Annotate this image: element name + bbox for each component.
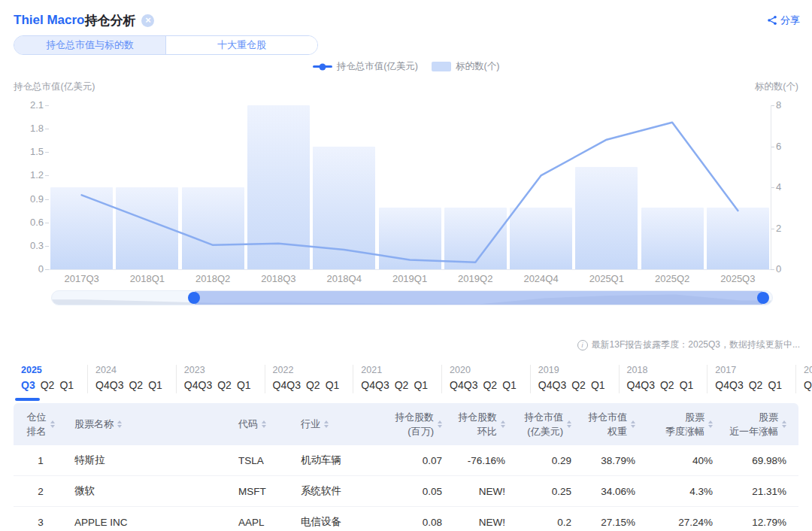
- year-label-2021: 2021: [361, 365, 428, 375]
- quarter-2024-Q3[interactable]: Q3: [110, 378, 124, 392]
- sort-asc-arrow: [324, 420, 329, 423]
- quarter-change-cell: 40%: [635, 455, 713, 466]
- table-row[interactable]: 3APPLE INCAAPL电信设备0.08NEW!0.227.15%27.24…: [14, 507, 798, 531]
- slider-left-handle[interactable]: [188, 292, 200, 304]
- quarter-2024-Q4[interactable]: Q4: [95, 378, 110, 392]
- quarter-2017-Q3[interactable]: Q3: [729, 378, 744, 392]
- x-axis-label-2018Q3: 2018Q3: [246, 273, 311, 284]
- one-year-change-cell: 12.79%: [713, 517, 798, 528]
- legend-item-line[interactable]: 持仓总市值(亿美元): [313, 60, 418, 73]
- legend-item-bar[interactable]: 标的数(个): [432, 60, 499, 73]
- sort-icon: [324, 420, 329, 428]
- quarter-2023-Q2[interactable]: Q2: [217, 378, 232, 392]
- left-axis-tick-label: 1.5: [11, 146, 44, 158]
- column-header-weight[interactable]: 持仓市值权重: [571, 403, 635, 445]
- column-header-shares-qoq[interactable]: 持仓股数环比: [442, 403, 505, 445]
- quarter-2025-Q2[interactable]: Q2: [41, 378, 55, 392]
- sort-asc-arrow: [50, 420, 55, 423]
- year-group-2025: 2025Q3Q2Q1: [14, 365, 88, 393]
- sort-desc-arrow: [324, 425, 329, 428]
- bar-legend-marker: [432, 62, 451, 71]
- column-header-market-value[interactable]: 持仓市值(亿美元): [505, 403, 571, 445]
- sort-asc-arrow: [782, 420, 786, 423]
- year-label-2017: 2017: [715, 365, 782, 375]
- quarter-2019-Q4[interactable]: Q4: [538, 378, 553, 392]
- quarter-2022-Q4[interactable]: Q4: [273, 378, 287, 392]
- tab-top-ten-holdings[interactable]: 十大重仓股: [165, 36, 317, 54]
- quarter-2017-Q1[interactable]: Q1: [768, 378, 782, 392]
- quarter-2020-Q3[interactable]: Q3: [464, 378, 478, 392]
- column-header-shares-millions[interactable]: 持仓股数(百万): [368, 403, 442, 445]
- quarter-row-2025: Q3Q2Q1: [21, 378, 74, 392]
- quarter-2024-Q1[interactable]: Q1: [148, 378, 162, 392]
- quarter-row-2018: Q4Q3Q2Q1: [627, 378, 694, 392]
- quarter-2020-Q1[interactable]: Q1: [502, 378, 517, 392]
- quarter-2018-Q1[interactable]: Q1: [680, 378, 694, 392]
- stock-name-cell[interactable]: APPLE INC: [68, 517, 226, 528]
- quarter-2023-Q3[interactable]: Q3: [198, 378, 213, 392]
- slider-track[interactable]: [51, 290, 773, 305]
- ticker-cell: TSLA: [226, 455, 289, 466]
- column-header-stock-name[interactable]: 股票名称: [68, 403, 226, 445]
- share-button[interactable]: 分享: [767, 14, 800, 27]
- quarter-2023-Q4[interactable]: Q4: [184, 378, 198, 392]
- x-axis-label-2018Q2: 2018Q2: [180, 273, 246, 284]
- table-row[interactable]: 1特斯拉TSLA机动车辆0.07-76.16%0.2938.79%40%69.9…: [14, 445, 798, 476]
- quarter-2018-Q2[interactable]: Q2: [660, 378, 674, 392]
- x-axis-label-2025Q1: 2025Q1: [574, 273, 639, 284]
- quarter-2025-Q1[interactable]: Q1: [59, 378, 74, 392]
- quarter-2019-Q2[interactable]: Q2: [571, 378, 586, 392]
- quarter-2022-Q1[interactable]: Q1: [326, 378, 340, 392]
- x-axis-label-2025Q2: 2025Q2: [640, 273, 705, 284]
- column-header-industry[interactable]: 行业: [289, 403, 368, 445]
- slider-selected-range[interactable]: [195, 291, 762, 305]
- quarter-2020-Q2[interactable]: Q2: [483, 378, 497, 392]
- slider-right-handle[interactable]: [757, 292, 769, 304]
- x-axis-label-2018Q4: 2018Q4: [311, 273, 377, 284]
- quarter-2018-Q4[interactable]: Q4: [627, 378, 641, 392]
- stock-name-cell[interactable]: 特斯拉: [68, 454, 226, 467]
- column-header-rank[interactable]: 仓位排名: [14, 403, 68, 445]
- weight-cell: 38.79%: [571, 455, 635, 466]
- data-zoom-slider[interactable]: [51, 290, 773, 305]
- column-header-quarter-change[interactable]: 股票季度涨幅: [635, 403, 713, 445]
- quarter-2025-Q3[interactable]: Q3: [21, 378, 35, 392]
- quarter-2020-Q4[interactable]: Q4: [450, 378, 464, 392]
- quarter-2024-Q2[interactable]: Q2: [129, 378, 143, 392]
- quarter-row-2020: Q4Q3Q2Q1: [450, 378, 517, 392]
- disclosure-note-text: 最新13F报告披露季度：2025Q3，数据持续更新中...: [592, 338, 800, 351]
- year-label-2024: 2024: [95, 365, 162, 375]
- title-bar: Thiel Macro持仓分析 分享: [14, 11, 800, 30]
- quarter-2019-Q1[interactable]: Q1: [591, 378, 605, 392]
- quarter-2022-Q3[interactable]: Q3: [286, 378, 301, 392]
- view-tabs: 持仓总市值与标的数十大重仓股: [14, 35, 318, 55]
- quarter-2021-Q4[interactable]: Q4: [361, 378, 375, 392]
- table-row[interactable]: 2微软MSFT系统软件0.05NEW!0.2534.06%4.3%21.31%: [14, 476, 798, 507]
- quarter-2021-Q3[interactable]: Q3: [375, 378, 389, 392]
- quarter-2021-Q1[interactable]: Q1: [414, 378, 428, 392]
- stock-name-cell[interactable]: 微软: [68, 484, 226, 498]
- ticker-cell: AAPL: [226, 517, 289, 528]
- column-header-label: 持仓股数(百万): [395, 410, 434, 439]
- page-title: Thiel Macro持仓分析: [14, 12, 154, 29]
- column-header-one-year-change[interactable]: 股票近一年涨幅: [713, 403, 798, 445]
- quarter-2023-Q1[interactable]: Q1: [237, 378, 251, 392]
- one-year-change-cell: 69.98%: [713, 455, 798, 466]
- quarter-2021-Q2[interactable]: Q2: [395, 378, 409, 392]
- sort-desc-arrow: [782, 425, 786, 428]
- quarter-2018-Q3[interactable]: Q3: [641, 378, 655, 392]
- x-axis-label-2019Q1: 2019Q1: [377, 273, 442, 284]
- quarter-row-2024: Q4Q3Q2Q1: [95, 378, 162, 392]
- quarter-row-2016: Q4Q3Q2Q1: [804, 378, 812, 392]
- share-icon: [767, 15, 777, 26]
- quarter-2022-Q2[interactable]: Q2: [306, 378, 320, 392]
- quarter-2019-Q3[interactable]: Q3: [553, 378, 567, 392]
- quarter-2016-Q4[interactable]: Q4: [804, 378, 812, 392]
- close-icon[interactable]: [141, 14, 154, 27]
- quarter-2017-Q4[interactable]: Q4: [715, 378, 729, 392]
- year-group-2018: 2018Q4Q3Q2Q1: [620, 365, 708, 393]
- right-axis-tick-mark: [771, 269, 774, 270]
- column-header-ticker[interactable]: 代码: [226, 403, 289, 445]
- tab-total-market-value-and-count[interactable]: 持仓总市值与标的数: [14, 36, 165, 54]
- quarter-2017-Q2[interactable]: Q2: [749, 378, 763, 392]
